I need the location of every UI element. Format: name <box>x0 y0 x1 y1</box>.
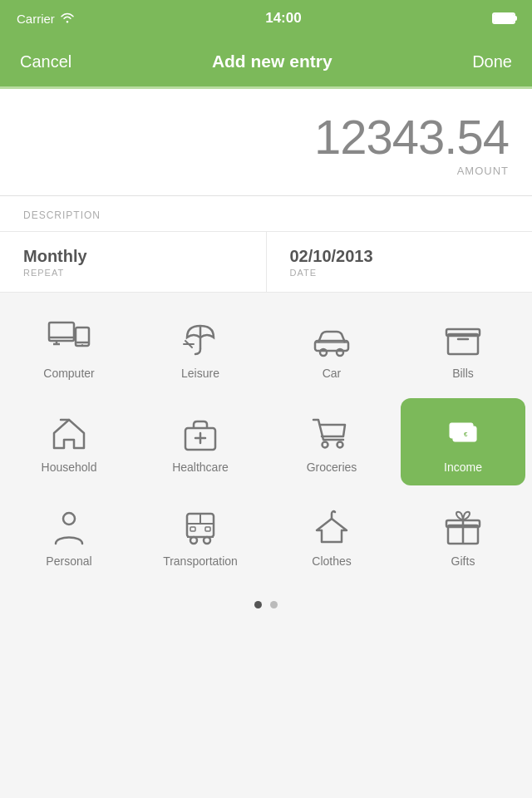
leisure-label: Leisure <box>181 367 219 380</box>
category-computer[interactable]: Computer <box>7 304 131 392</box>
household-icon <box>44 410 94 456</box>
date-cell[interactable]: 02/10/2013 DATE <box>267 232 533 292</box>
time-label: 14:00 <box>265 10 301 27</box>
category-grid: Computer Leisure <box>0 293 532 591</box>
svg-rect-15 <box>446 329 480 336</box>
category-gifts[interactable]: Gifts <box>401 492 525 579</box>
svg-point-6 <box>81 344 83 346</box>
gifts-icon <box>438 504 488 549</box>
date-label: DATE <box>290 268 510 278</box>
category-clothes[interactable]: Clothes <box>269 492 394 579</box>
bills-icon <box>438 316 488 362</box>
category-healthcare[interactable]: Healthcare <box>138 398 263 485</box>
groceries-icon <box>307 410 357 456</box>
amount-label: AMOUNT <box>23 165 509 187</box>
wifi-icon <box>60 12 75 26</box>
svg-rect-35 <box>190 527 195 531</box>
svg-point-12 <box>337 349 343 356</box>
category-bills[interactable]: Bills <box>401 304 525 392</box>
svg-point-20 <box>323 441 328 447</box>
category-personal[interactable]: Personal <box>7 492 131 579</box>
clothes-icon <box>307 504 357 549</box>
description-section: DESCRIPTION <box>0 196 532 231</box>
computer-label: Computer <box>43 367 94 380</box>
category-car[interactable]: Car <box>269 304 394 392</box>
income-label: Income <box>444 461 482 474</box>
household-label: Household <box>42 461 97 474</box>
page-title: Add new entry <box>212 52 332 71</box>
description-label: DESCRIPTION <box>23 209 509 221</box>
healthcare-icon <box>175 410 225 456</box>
repeat-cell[interactable]: Monthly REPEAT <box>0 232 267 292</box>
healthcare-label: Healthcare <box>172 461 229 474</box>
svg-rect-14 <box>448 334 478 354</box>
leisure-icon <box>175 316 225 362</box>
amount-value[interactable]: 12343.54 <box>23 109 509 165</box>
car-label: Car <box>323 367 342 380</box>
category-income[interactable]: $ € Income <box>401 398 525 485</box>
personal-icon <box>44 504 94 549</box>
svg-point-33 <box>204 537 210 544</box>
done-button[interactable]: Done <box>472 52 512 71</box>
svg-rect-36 <box>205 527 210 531</box>
category-groceries[interactable]: Groceries <box>269 398 394 485</box>
transportation-icon <box>175 504 225 549</box>
groceries-label: Groceries <box>307 461 357 474</box>
repeat-label: REPEAT <box>23 268 243 278</box>
repeat-value: Monthly <box>23 247 243 266</box>
repeat-date-row: Monthly REPEAT 02/10/2013 DATE <box>0 232 532 292</box>
svg-text:€: € <box>464 431 468 438</box>
page-dot-2[interactable] <box>270 601 278 608</box>
amount-section: 12343.54 AMOUNT <box>0 89 532 195</box>
personal-label: Personal <box>46 554 91 568</box>
carrier-label: Carrier <box>17 12 55 26</box>
status-bar: Carrier 14:00 <box>0 0 532 37</box>
date-value: 02/10/2013 <box>290 247 510 266</box>
computer-icon <box>44 316 94 362</box>
category-household[interactable]: Household <box>7 398 131 485</box>
category-leisure[interactable]: Leisure <box>138 304 263 392</box>
svg-point-28 <box>63 513 75 525</box>
svg-point-32 <box>190 537 197 544</box>
page-dot-1[interactable] <box>254 601 262 608</box>
pagination <box>0 591 532 615</box>
clothes-label: Clothes <box>312 554 351 568</box>
svg-point-21 <box>337 441 343 447</box>
transportation-label: Transportation <box>163 554 238 568</box>
nav-bar: Cancel Add new entry Done <box>0 37 532 86</box>
gifts-label: Gifts <box>451 554 475 568</box>
svg-point-11 <box>320 349 327 356</box>
category-transportation[interactable]: Transportation <box>138 492 263 579</box>
income-icon: $ € <box>438 410 488 456</box>
car-icon <box>307 316 357 362</box>
battery-indicator <box>492 12 515 24</box>
cancel-button[interactable]: Cancel <box>20 52 71 71</box>
bills-label: Bills <box>452 367 474 380</box>
